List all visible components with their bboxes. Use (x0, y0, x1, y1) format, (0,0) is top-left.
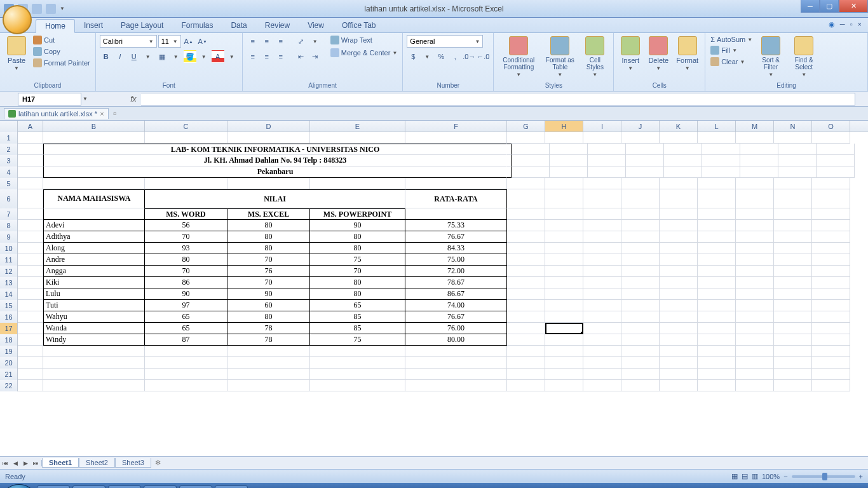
cell-C7[interactable]: MS. WORD (145, 208, 227, 220)
font-size-select[interactable]: 11▼ (158, 35, 181, 48)
cut-button[interactable]: Cut (32, 35, 92, 45)
cell-J13[interactable] (621, 277, 660, 288)
cell-G7[interactable] (507, 208, 545, 220)
cell-A9[interactable] (18, 231, 43, 243)
taskbar-ie[interactable] (72, 485, 105, 488)
cell-C16[interactable]: 65 (145, 311, 227, 323)
shrink-font-button[interactable]: A▼ (196, 35, 209, 48)
cell-B20[interactable] (43, 357, 145, 369)
cell-O22[interactable] (812, 380, 850, 391)
cell-K3[interactable] (664, 155, 702, 166)
sort-filter-button[interactable]: Sort & Filter▼ (756, 35, 785, 79)
row-header-20[interactable]: 20 (0, 357, 18, 369)
cell-G21[interactable] (507, 369, 545, 380)
row-header-17[interactable]: 17 (0, 323, 18, 334)
row-header-7[interactable]: 7 (0, 208, 18, 220)
copy-button[interactable]: Copy (32, 46, 92, 57)
cell-N1[interactable] (774, 132, 812, 144)
cell-H20[interactable] (545, 357, 583, 369)
comma-button[interactable]: , (449, 50, 461, 63)
accounting-dropdown[interactable]: ▼ (421, 50, 433, 63)
decrease-indent-button[interactable]: ⇤ (295, 50, 308, 63)
cell-M20[interactable] (736, 357, 774, 369)
taskbar-winamp[interactable] (108, 485, 141, 488)
cell-A6[interactable] (18, 189, 43, 208)
cell-N4[interactable] (778, 166, 817, 178)
align-right-button[interactable]: ≡ (275, 50, 287, 63)
cell-C14[interactable]: 90 (145, 288, 227, 300)
cell-G11[interactable] (507, 254, 545, 266)
cell-G13[interactable] (507, 277, 545, 288)
cell-I8[interactable] (583, 220, 621, 231)
cell-B5[interactable] (43, 178, 145, 189)
cell-N10[interactable] (774, 243, 812, 254)
cell-O20[interactable] (812, 357, 850, 369)
cell-M4[interactable] (740, 166, 778, 178)
cell-L18[interactable] (698, 334, 736, 346)
cell-B13[interactable]: Kiki (43, 277, 145, 288)
cell-M21[interactable] (736, 369, 774, 380)
cell-O15[interactable] (812, 300, 850, 311)
paste-button[interactable]: Paste ▼ (4, 35, 29, 72)
align-middle-button[interactable]: ≡ (261, 35, 273, 48)
col-header-L[interactable]: L (698, 121, 736, 132)
select-all-corner[interactable] (0, 121, 18, 132)
border-dropdown[interactable]: ▼ (170, 50, 182, 63)
cell-D10[interactable]: 80 (227, 243, 310, 254)
cell-B4[interactable]: Pekanbaru (43, 166, 507, 178)
cell-C20[interactable] (145, 357, 227, 369)
autosum-button[interactable]: Σ AutoSum ▼ (709, 35, 754, 44)
cell-D17[interactable]: 78 (227, 323, 310, 334)
cell-F13[interactable]: 78.67 (405, 277, 507, 288)
cell-H11[interactable] (545, 254, 583, 266)
cell-D20[interactable] (227, 357, 310, 369)
cell-G2[interactable] (512, 144, 550, 155)
cell-L14[interactable] (698, 288, 736, 300)
cell-E12[interactable]: 70 (310, 266, 405, 277)
cell-O7[interactable] (812, 208, 850, 220)
align-left-button[interactable]: ≡ (247, 50, 259, 63)
close-button[interactable]: ✕ (839, 0, 868, 13)
cell-B19[interactable] (43, 346, 145, 357)
orientation-dropdown[interactable]: ▼ (309, 35, 322, 48)
view-pagebreak-button[interactable]: ▥ (752, 472, 758, 480)
cell-K14[interactable] (660, 288, 698, 300)
cell-C13[interactable]: 86 (145, 277, 227, 288)
cell-M2[interactable] (740, 144, 778, 155)
cell-G20[interactable] (507, 357, 545, 369)
accounting-button[interactable]: $ (407, 50, 419, 63)
cell-E1[interactable] (310, 132, 405, 144)
cell-J22[interactable] (621, 380, 660, 391)
cell-I17[interactable] (583, 323, 621, 334)
cell-H16[interactable] (545, 311, 583, 323)
cell-N6[interactable] (774, 189, 812, 208)
row-header-22[interactable]: 22 (0, 380, 18, 391)
cell-H17[interactable] (545, 323, 583, 334)
cell-L1[interactable] (698, 132, 736, 144)
close-tab-icon[interactable]: × (100, 110, 104, 118)
col-header-M[interactable]: M (736, 121, 774, 132)
cell-E13[interactable]: 80 (310, 277, 405, 288)
cell-I18[interactable] (583, 334, 621, 346)
cell-H10[interactable] (545, 243, 583, 254)
cell-B21[interactable] (43, 369, 145, 380)
row-header-10[interactable]: 10 (0, 243, 18, 254)
cell-L19[interactable] (698, 346, 736, 357)
cell-E11[interactable]: 75 (310, 254, 405, 266)
cell-D8[interactable]: 80 (227, 220, 310, 231)
increase-indent-button[interactable]: ⇥ (309, 50, 322, 63)
cell-K21[interactable] (660, 369, 698, 380)
formula-input[interactable] (141, 93, 855, 105)
cell-J4[interactable] (626, 166, 664, 178)
cell-F22[interactable] (405, 380, 507, 391)
cell-G18[interactable] (507, 334, 545, 346)
bold-button[interactable]: B (100, 50, 112, 63)
cell-E14[interactable]: 80 (310, 288, 405, 300)
cell-F5[interactable] (405, 178, 507, 189)
cell-K22[interactable] (660, 380, 698, 391)
cell-I20[interactable] (583, 357, 621, 369)
cell-O9[interactable] (812, 231, 850, 243)
cell-J2[interactable] (626, 144, 664, 155)
cell-D13[interactable]: 70 (227, 277, 310, 288)
cell-K5[interactable] (660, 178, 698, 189)
